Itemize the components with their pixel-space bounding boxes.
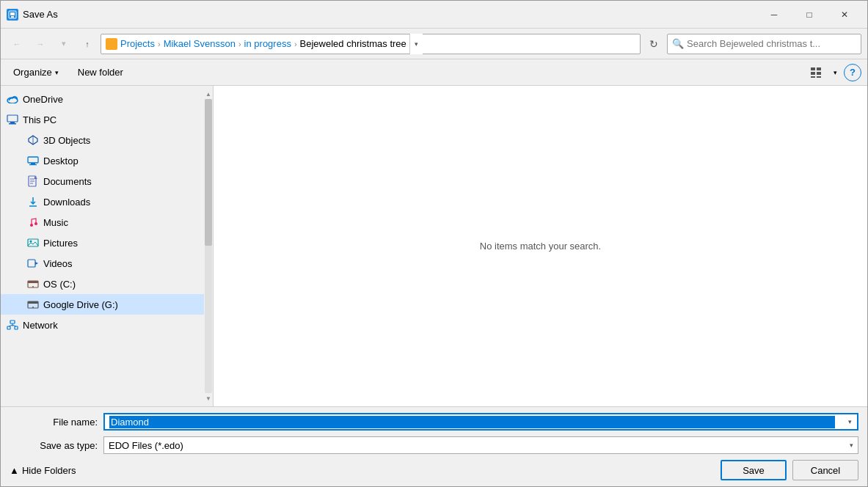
filename-input-wrapper: ▾ (103, 413, 858, 431)
pictures-icon (27, 237, 39, 249)
svg-rect-28 (28, 260, 35, 267)
svg-rect-10 (7, 115, 18, 122)
videos-icon (27, 257, 39, 269)
onedrive-icon (7, 93, 18, 105)
music-label: Music (43, 217, 68, 228)
refresh-button[interactable]: ↻ (643, 34, 664, 54)
sidebar-item-thispc[interactable]: This PC (1, 109, 204, 130)
svg-rect-12 (9, 123, 16, 125)
svg-rect-16 (31, 163, 35, 164)
bottom-bar: File name: ▾ Save as type: EDO Files (*.… (1, 406, 867, 486)
hide-folders-label: Hide Folders (22, 465, 76, 476)
search-icon: 🔍 (672, 38, 684, 49)
search-input[interactable] (687, 38, 856, 49)
view-button[interactable] (806, 64, 826, 81)
googledrive-icon (27, 299, 39, 310)
sidebar-item-osc[interactable]: OS (C:) (1, 274, 204, 294)
save-button[interactable]: Save (721, 460, 787, 480)
network-icon (7, 319, 18, 331)
music-icon (27, 216, 39, 228)
organize-label: Organize (13, 67, 52, 78)
scroll-thumb (205, 99, 212, 246)
breadcrumb-folder-icon (106, 38, 117, 50)
view-dropdown-button[interactable]: ▾ (829, 64, 841, 81)
desktop-icon (27, 155, 39, 166)
filename-dropdown-button[interactable]: ▾ (842, 414, 857, 429)
svg-rect-31 (28, 281, 38, 283)
documents-icon (27, 175, 39, 187)
svg-rect-1 (10, 12, 15, 15)
svg-rect-4 (817, 67, 821, 70)
onedrive-label: OneDrive (23, 94, 63, 105)
scroll-down-button[interactable]: ▼ (204, 393, 213, 403)
sidebar-item-googledrive[interactable]: Google Drive (G:) (1, 294, 204, 315)
buttons-row: ▲ Hide Folders Save Cancel (10, 460, 858, 480)
scroll-up-button[interactable]: ▲ (204, 89, 213, 99)
svg-point-32 (32, 286, 34, 288)
minimize-button[interactable]: ─ (757, 4, 791, 26)
toolbar: Organize ▾ New folder ▾ ? (1, 59, 867, 86)
sidebar-item-3dobjects[interactable]: 3D Objects (1, 130, 204, 150)
svg-rect-38 (15, 326, 18, 329)
sidebar-item-downloads[interactable]: Downloads (1, 191, 204, 212)
nav-bar: ← → ▾ ↑ Projects › Mikael Svensson › in … (1, 29, 867, 59)
breadcrumb-part3[interactable]: in progress (244, 38, 291, 49)
svg-rect-26 (28, 239, 38, 246)
downloads-label: Downloads (43, 197, 90, 208)
breadcrumb-part1[interactable]: Projects (120, 38, 155, 49)
new-folder-label: New folder (78, 67, 123, 78)
scroll-track (205, 99, 212, 393)
sidebar-item-pictures[interactable]: Pictures (1, 232, 204, 253)
sidebar-item-onedrive[interactable]: OneDrive (1, 89, 204, 109)
breadcrumb-part4: Bejeweled christmas tree (300, 38, 406, 49)
desktop-label: Desktop (43, 155, 79, 166)
up-button[interactable]: ↑ (77, 34, 98, 54)
close-button[interactable]: ✕ (828, 4, 861, 26)
svg-rect-15 (28, 157, 38, 163)
svg-marker-29 (35, 262, 38, 265)
organize-button[interactable]: Organize ▾ (7, 64, 65, 81)
svg-rect-36 (10, 321, 15, 323)
3dobjects-icon (27, 134, 39, 146)
svg-rect-37 (7, 326, 10, 329)
filename-input[interactable] (109, 416, 835, 428)
saveastype-label: Save as type: (10, 440, 98, 451)
back-button[interactable]: ← (7, 34, 27, 54)
videos-label: Videos (43, 258, 73, 269)
breadcrumb-sep3: › (294, 40, 297, 48)
3dobjects-label: 3D Objects (43, 135, 90, 146)
thispc-label: This PC (23, 114, 56, 125)
breadcrumb-sep2: › (238, 40, 241, 48)
saveastype-row: Save as type: EDO Files (*.edo) ▾ (10, 436, 858, 454)
osc-label: OS (C:) (43, 279, 76, 290)
saveastype-dropdown[interactable]: EDO Files (*.edo) ▾ (103, 436, 858, 454)
svg-rect-6 (817, 72, 821, 75)
new-folder-button[interactable]: New folder (71, 64, 130, 81)
sidebar-item-network[interactable]: Network (1, 315, 204, 335)
svg-line-40 (9, 325, 12, 326)
forward-button[interactable]: → (30, 34, 51, 54)
breadcrumb-part2[interactable]: Mikael Svensson (164, 38, 236, 49)
breadcrumb-dropdown-button[interactable]: ▾ (409, 34, 423, 54)
help-button[interactable]: ? (844, 64, 861, 81)
sidebar-item-desktop[interactable]: Desktop (1, 150, 204, 171)
organize-dropdown-icon: ▾ (55, 69, 59, 76)
title-bar: Save As ─ □ ✕ (1, 1, 867, 29)
dropdown-button[interactable]: ▾ (54, 34, 74, 54)
file-area: No items match your search. (214, 86, 867, 406)
filename-label: File name: (10, 417, 98, 428)
svg-rect-2 (11, 16, 14, 18)
svg-rect-5 (811, 72, 815, 75)
sidebar-item-music[interactable]: Music (1, 212, 204, 232)
sidebar-item-videos[interactable]: Videos (1, 253, 204, 274)
maximize-button[interactable]: □ (792, 4, 826, 26)
svg-point-35 (32, 307, 34, 308)
svg-point-24 (30, 224, 33, 227)
sidebar-item-documents[interactable]: Documents (1, 171, 204, 191)
svg-rect-34 (28, 301, 38, 304)
svg-rect-3 (811, 67, 815, 70)
hide-folders-button[interactable]: ▲ Hide Folders (10, 465, 76, 476)
no-items-text: No items match your search. (480, 241, 601, 252)
cancel-button[interactable]: Cancel (792, 460, 858, 480)
svg-line-41 (12, 325, 16, 326)
